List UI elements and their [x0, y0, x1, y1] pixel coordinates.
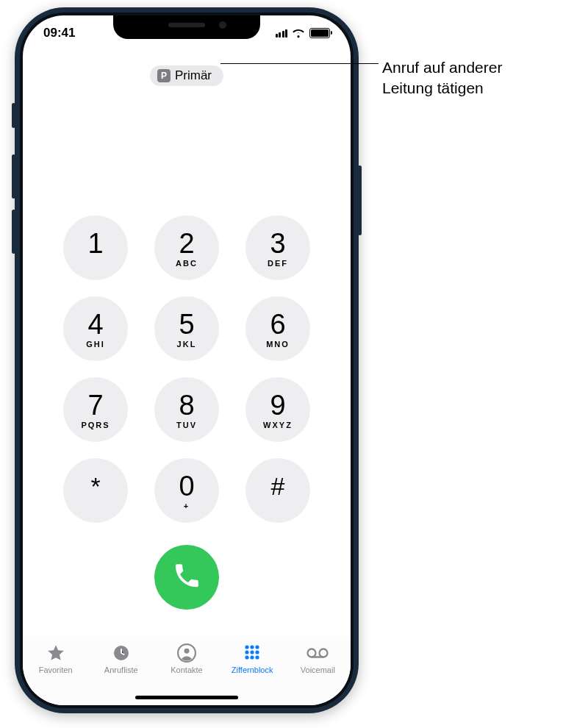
power-button [358, 165, 362, 235]
keypad: 1 2 ABC 3 DEF 4 GHI [62, 215, 312, 523]
key-1[interactable]: 1 [63, 215, 128, 280]
key-6[interactable]: 6 MNO [245, 296, 310, 361]
key-7[interactable]: 7 PQRS [63, 377, 128, 442]
volume-down-button [12, 210, 15, 254]
callout-text: Anruf auf anderer Leitung tätigen [382, 57, 502, 99]
svg-point-3 [245, 645, 249, 649]
svg-point-5 [256, 645, 259, 649]
keypad-icon [243, 643, 261, 663]
star-icon [46, 643, 65, 663]
key-hash[interactable]: # [245, 458, 310, 523]
tab-keypad[interactable]: Ziffernblock [220, 643, 285, 674]
key-0[interactable]: 0 + [154, 458, 219, 523]
person-circle-icon [177, 643, 196, 663]
key-4[interactable]: 4 GHI [63, 296, 128, 361]
home-indicator[interactable] [135, 696, 238, 699]
tab-favorites[interactable]: Favoriten [23, 643, 88, 674]
phone-frame: 09:41 P Primär [15, 7, 359, 713]
key-3[interactable]: 3 DEF [245, 215, 310, 280]
key-9[interactable]: 9 WXYZ [245, 377, 310, 442]
clock-icon [112, 643, 130, 663]
notch [113, 15, 260, 39]
svg-point-11 [256, 655, 259, 659]
tab-contacts[interactable]: Kontakte [154, 643, 219, 674]
svg-point-7 [251, 650, 254, 654]
dial-button[interactable] [154, 545, 219, 610]
voicemail-icon [306, 643, 329, 663]
tab-bar: Favoriten Anrufliste Kontakte [23, 636, 351, 705]
screen: 09:41 P Primär [23, 15, 351, 705]
svg-point-2 [184, 649, 190, 654]
svg-point-8 [256, 650, 259, 654]
svg-point-9 [245, 655, 249, 659]
cellular-icon [276, 29, 288, 38]
key-star[interactable]: * [63, 458, 128, 523]
svg-point-6 [245, 650, 249, 654]
key-2[interactable]: 2 ABC [154, 215, 219, 280]
line-badge: P [157, 69, 171, 82]
line-selector-pill[interactable]: P Primär [150, 65, 223, 86]
svg-point-10 [251, 655, 254, 659]
wifi-icon [292, 29, 305, 38]
svg-point-13 [320, 649, 328, 657]
key-5[interactable]: 5 JKL [154, 296, 219, 361]
mute-switch [12, 103, 15, 128]
tab-voicemail[interactable]: Voicemail [285, 643, 351, 674]
phone-icon [172, 561, 201, 593]
line-label: Primär [175, 68, 212, 83]
status-time: 09:41 [43, 26, 75, 40]
battery-icon [309, 28, 330, 38]
callout-leader-line [220, 63, 379, 64]
volume-up-button [12, 154, 15, 199]
svg-point-4 [251, 645, 254, 649]
tab-recents[interactable]: Anrufliste [88, 643, 154, 674]
svg-point-12 [308, 649, 316, 657]
key-8[interactable]: 8 TUV [154, 377, 219, 442]
